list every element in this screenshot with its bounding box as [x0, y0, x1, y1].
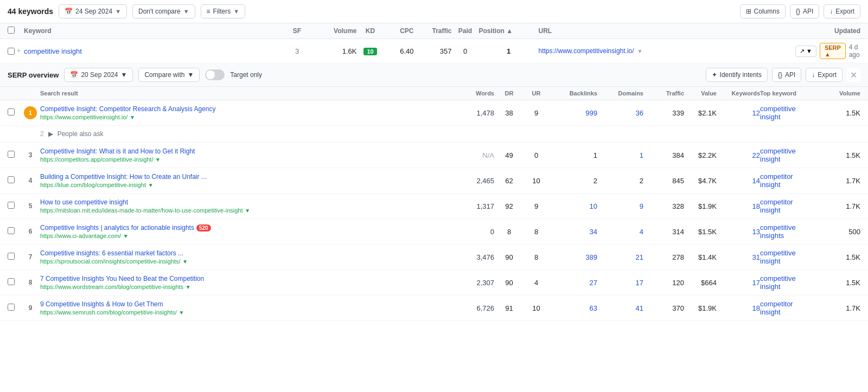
position-badge: 8: [24, 276, 37, 289]
backlinks-link[interactable]: 10: [590, 202, 597, 210]
position-value: 1: [479, 47, 539, 55]
result-position: 1: [24, 106, 40, 119]
keywords-link[interactable]: 12: [752, 109, 760, 117]
result-title-link[interactable]: Competitive Insight: Competitor Research…: [40, 105, 215, 113]
domains-link[interactable]: 17: [636, 279, 643, 287]
keywords-link[interactable]: 14: [752, 177, 760, 185]
result-checkbox[interactable]: [8, 227, 24, 236]
result-top-keyword: competitor insight: [760, 172, 801, 189]
serp-table-header: Search result Words DR UR Backlinks Doma…: [0, 87, 868, 100]
top-keyword-link[interactable]: competitive insights: [760, 223, 796, 240]
backlinks-link[interactable]: 63: [590, 304, 597, 312]
top-keyword-link[interactable]: competitive insight: [760, 274, 796, 291]
result-title-link[interactable]: Competitive insights: 6 essential market…: [40, 249, 183, 257]
result-backlinks: 1: [548, 151, 597, 159]
url-expand-icon[interactable]: ▼: [155, 157, 161, 163]
result-words: 1,478: [451, 109, 494, 117]
result-title-link[interactable]: Competitive Insight: What is it and How …: [40, 147, 195, 155]
top-keyword-link[interactable]: competitor insight: [760, 300, 793, 316]
domains-link[interactable]: 21: [636, 253, 643, 261]
top-keyword-link[interactable]: competitor insight: [760, 172, 793, 189]
keyword-row: + competitive insight 3 1.6K 10 6.40 357…: [0, 39, 868, 63]
backlinks-link[interactable]: 389: [585, 253, 597, 261]
domains-link[interactable]: 9: [640, 202, 643, 210]
keywords-link[interactable]: 31: [752, 253, 760, 261]
result-value: $2.2K: [684, 151, 717, 159]
result-title-link[interactable]: Competitive Insights | analytics for act…: [40, 224, 211, 232]
url-expand-icon[interactable]: ▼: [245, 208, 250, 214]
url-expand-icon[interactable]: ▼: [123, 233, 129, 239]
result-title-link[interactable]: How to use competitive insight: [40, 198, 128, 206]
columns-button[interactable]: ⊞ Columns: [740, 4, 786, 18]
filters-button[interactable]: ≡ Filters ▼: [201, 4, 246, 18]
serp-api-button[interactable]: {} API: [772, 68, 801, 82]
result-domains: 41: [597, 304, 643, 312]
domains-link[interactable]: 4: [640, 228, 643, 236]
select-all-checkbox[interactable]: [8, 27, 24, 35]
top-keyword-link[interactable]: competitive insight: [760, 105, 796, 121]
expand-triangle-icon[interactable]: ▶: [48, 130, 53, 138]
result-checkbox[interactable]: [8, 108, 24, 117]
domains-link[interactable]: 36: [636, 109, 643, 117]
result-checkbox[interactable]: [8, 278, 24, 287]
backlinks-link[interactable]: 999: [585, 109, 597, 117]
keywords-link[interactable]: 22: [752, 151, 760, 159]
url-expand-icon[interactable]: ▼: [186, 284, 191, 290]
domains-link[interactable]: 1: [640, 151, 643, 159]
result-checkbox[interactable]: [8, 151, 24, 159]
top-keyword-link[interactable]: competitive insight: [760, 249, 796, 265]
keywords-link[interactable]: 13: [752, 228, 760, 236]
result-backlinks: 34: [548, 228, 597, 236]
top-keyword-link[interactable]: competitive insight: [760, 147, 796, 163]
result-checkbox[interactable]: [8, 202, 24, 210]
expand-icon[interactable]: +: [17, 47, 21, 55]
serp-overview-bar: SERP overview 📅 20 Sep 2024 ▼ Compare wi…: [0, 63, 868, 87]
trend-button[interactable]: ↗ ▼: [795, 46, 816, 57]
url-dropdown-icon[interactable]: ▼: [637, 48, 643, 54]
result-top-keyword: competitive insight: [760, 274, 801, 291]
api-button[interactable]: {} API: [790, 4, 819, 18]
position-col-header[interactable]: Position ▲: [479, 27, 539, 35]
result-domains: 21: [597, 253, 643, 261]
compare-button[interactable]: Don't compare ▼: [132, 4, 195, 18]
calendar-icon: 📅: [65, 8, 73, 15]
date-picker-button[interactable]: 📅 24 Sep 2024 ▼: [59, 4, 127, 18]
url-expand-icon[interactable]: ▼: [182, 259, 188, 265]
domains-link[interactable]: 41: [636, 304, 643, 312]
backlinks-link[interactable]: 27: [590, 279, 597, 287]
result-title-link[interactable]: 9 Competitive Insights & How to Get Them: [40, 300, 163, 308]
result-checkbox[interactable]: [8, 176, 24, 185]
url-expand-icon[interactable]: ▼: [148, 182, 154, 188]
target-only-toggle[interactable]: [205, 69, 225, 80]
export-button[interactable]: ↓ Export: [824, 4, 860, 18]
result-checkbox[interactable]: [8, 304, 24, 312]
chevron-down-icon: ▼: [183, 8, 189, 15]
url-expand-icon[interactable]: ▼: [130, 114, 135, 120]
close-serp-button[interactable]: ✕: [847, 68, 860, 82]
keyword-table-header: Keyword SF Volume KD CPC Traffic Paid Po…: [0, 23, 868, 39]
top-keyword-link[interactable]: competitor insight: [760, 198, 793, 214]
result-traffic: 328: [643, 202, 684, 210]
keywords-link[interactable]: 18: [752, 304, 760, 312]
result-value: $2.1K: [684, 109, 717, 117]
compare-with-button[interactable]: Compare with ▼: [138, 68, 200, 82]
keywords-link[interactable]: 17: [752, 279, 760, 287]
result-title-link[interactable]: 7 Competitive Insights You Need to Beat …: [40, 275, 204, 282]
result-keywords: 14: [717, 177, 760, 185]
keywords-link[interactable]: 18: [752, 202, 760, 210]
identify-intents-button[interactable]: ✦ Identify intents: [706, 68, 768, 82]
serp-date-button[interactable]: 📅 20 Sep 2024 ▼: [64, 68, 133, 82]
sf-col-header: SF: [281, 27, 314, 35]
result-volume: 1.5K: [801, 151, 860, 159]
people-ask-position: 2: [40, 130, 44, 138]
url-link[interactable]: https://www.competitiveinsight.io/: [539, 47, 634, 55]
url-expand-icon[interactable]: ▼: [179, 310, 184, 316]
serp-export-button[interactable]: ↓ Export: [806, 68, 843, 82]
keyword-checkbox[interactable]: +: [8, 47, 24, 55]
keyword-link[interactable]: competitive insight: [24, 47, 82, 55]
target-only-label: Target only: [230, 71, 262, 79]
serp-badge[interactable]: SERP ▲: [820, 43, 846, 59]
result-title-link[interactable]: Building a Competitive Insight: How to C…: [40, 173, 207, 181]
backlinks-link[interactable]: 34: [590, 228, 597, 236]
result-checkbox[interactable]: [8, 253, 24, 261]
